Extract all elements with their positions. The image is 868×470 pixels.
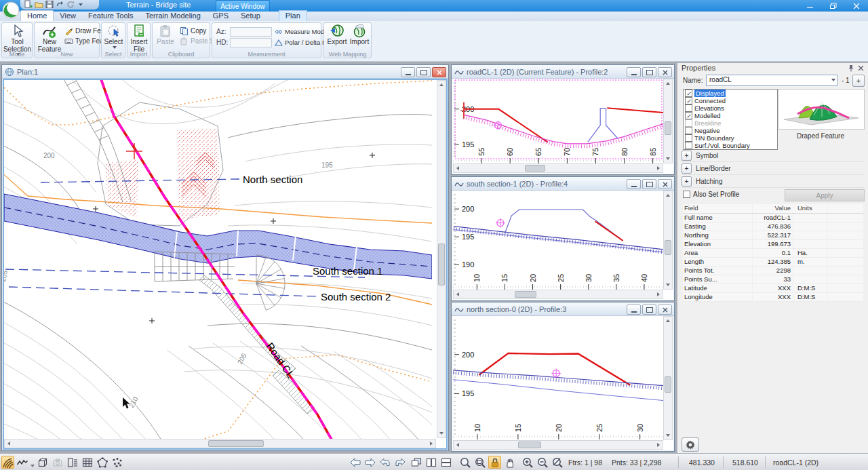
new-feature-button[interactable]: New Feature [36, 24, 63, 53]
previous-view-button[interactable] [378, 456, 391, 469]
table-row[interactable]: LongitudeXXXD:M:S [683, 293, 863, 302]
plan-view-button[interactable] [1, 456, 14, 469]
profile3-maximize-button[interactable] [642, 305, 656, 315]
profile2-canvas-area[interactable]: 20019555606570758085 [452, 79, 673, 174]
plan-horizontal-scrollbar[interactable] [4, 439, 436, 448]
profile4-chart[interactable]: 20019519010152025303540 [453, 191, 666, 291]
flag-negative[interactable]: Negative [684, 127, 777, 134]
tab-home[interactable]: Home [20, 10, 54, 21]
close-button[interactable] [845, 0, 868, 12]
3d-view-button[interactable] [36, 456, 49, 469]
settings-gear-button[interactable] [682, 437, 699, 452]
profile2-vscrollbar[interactable] [663, 79, 673, 163]
expander-line-border[interactable]: +Line/Border [682, 163, 864, 175]
tab-terrain-modeling[interactable]: Terrain Modeling [139, 11, 206, 21]
pan-button[interactable] [503, 456, 516, 469]
flag-tin-boundary[interactable]: TIN Bound­ary [684, 134, 777, 142]
plan-window-titlebar[interactable]: Plan:1 [2, 65, 448, 79]
tab-view[interactable]: View [54, 11, 82, 21]
copy-button[interactable]: Copy [180, 26, 206, 35]
expander-hatching[interactable]: +Hatching [682, 176, 864, 188]
panel-close-icon[interactable] [858, 64, 864, 73]
profile4-maximize-button[interactable] [642, 179, 656, 189]
flag-breakline[interactable]: Breakline [684, 119, 777, 127]
profile-view-button[interactable] [16, 456, 28, 469]
profile2-minimize-button[interactable] [627, 67, 641, 77]
tab-feature-tools[interactable]: Feature Tools [82, 11, 139, 21]
measure-mode-button[interactable]: Measure Mode [275, 28, 328, 35]
flag-connected[interactable]: ✓Connected [684, 97, 777, 104]
pin-icon[interactable] [848, 64, 854, 73]
undo-icon[interactable] [56, 0, 64, 10]
zoom-extents-button[interactable] [473, 456, 486, 469]
view-forward-button[interactable] [363, 456, 376, 469]
qat-customize-icon[interactable] [79, 3, 83, 6]
profile4-minimize-button[interactable] [627, 179, 641, 189]
zoom-off-button[interactable] [551, 456, 564, 469]
table-row[interactable]: Elevation199.673 [683, 240, 863, 249]
web-import-button[interactable]: Import [349, 24, 370, 46]
profile3-minimize-button[interactable] [627, 305, 641, 315]
insert-file-button[interactable]: Insert File [128, 24, 150, 53]
paste-button[interactable]: Paste [155, 24, 176, 46]
profile3-canvas-area[interactable]: 2001951015202530 [452, 316, 673, 450]
flag-displayed[interactable]: ✓Displayed [684, 90, 777, 97]
table-row[interactable]: LatitudeXXXD:M:S [683, 284, 863, 293]
save-icon[interactable] [45, 0, 54, 10]
zoom-in-button[interactable] [521, 456, 534, 469]
zoom-lock-button[interactable] [488, 456, 501, 469]
spreadsheet-view-button[interactable] [81, 456, 94, 469]
profile3-close-button[interactable] [658, 305, 672, 315]
zoom-out-button[interactable] [536, 456, 549, 469]
table-row[interactable]: Points Su...33 [683, 275, 863, 284]
profile3-chart[interactable]: 2001951015202530 [453, 316, 666, 442]
app-logo-icon[interactable] [2, 1, 20, 19]
tab-setup[interactable]: Setup [235, 11, 267, 21]
point-cloud-button[interactable] [111, 456, 123, 469]
also-set-profile-checkbox[interactable]: Also Set Profile [683, 191, 739, 198]
plan-maximize-button[interactable] [416, 67, 431, 77]
web-export-button[interactable]: Export [327, 24, 347, 46]
split-view-button[interactable] [66, 456, 79, 469]
profile-view-dropdown-icon[interactable] [29, 461, 35, 469]
profile2-hscrollbar[interactable] [453, 163, 663, 173]
profile4-canvas-area[interactable]: 20019519010152025303540 [452, 191, 673, 300]
plan-canvas-area[interactable]: 200 195 205 210 205 [3, 79, 448, 450]
polygon-select-button[interactable] [96, 456, 108, 469]
minimize-button[interactable] [799, 0, 822, 12]
redo-icon[interactable] [66, 0, 75, 10]
plan-close-button[interactable] [432, 67, 446, 77]
open-folder-icon[interactable] [35, 0, 43, 10]
profile2-maximize-button[interactable] [642, 67, 656, 77]
new-document-icon[interactable] [24, 0, 33, 10]
flag-surf-vol-boundary[interactable]: Surf./Vol. Boundary [684, 142, 777, 149]
table-row[interactable]: Points Tot.2298 [683, 267, 863, 275]
table-row[interactable]: Full nameroadCL-1 [683, 214, 863, 222]
tab-plan[interactable]: Plan [279, 10, 307, 21]
profile4-vscrollbar[interactable] [663, 191, 673, 290]
feature-name-combobox[interactable]: roadCL [706, 75, 837, 86]
hd-field[interactable] [230, 38, 272, 47]
table-row[interactable]: Length124.385m. [683, 258, 863, 267]
flag-modelled[interactable]: ✓Modelled [684, 112, 777, 119]
profile3-hscrollbar[interactable] [453, 440, 663, 450]
camera-view-button[interactable] [51, 456, 64, 469]
az-field[interactable] [230, 27, 272, 37]
profile2-close-button[interactable] [658, 67, 672, 77]
table-row[interactable]: Northing522.317 [683, 231, 863, 240]
next-view-button[interactable] [393, 456, 406, 469]
restore-button[interactable] [822, 0, 845, 12]
tile-horizontal-button[interactable] [439, 456, 452, 469]
plan-minimize-button[interactable] [401, 67, 415, 77]
profile3-vscrollbar[interactable] [663, 316, 673, 440]
plan-vertical-scrollbar[interactable] [437, 80, 446, 438]
plan-map-canvas[interactable]: 200 195 205 210 205 [4, 80, 432, 439]
tab-gps[interactable]: GPS [207, 11, 235, 21]
cascade-windows-button[interactable] [410, 456, 422, 469]
view-back-button[interactable] [349, 456, 361, 469]
select-button[interactable]: Select [102, 24, 125, 49]
expander-symbol[interactable]: +Symbol [682, 150, 864, 162]
profile4-close-button[interactable] [658, 179, 672, 189]
profile2-chart[interactable]: 20019555606570758085 [453, 79, 666, 165]
table-row[interactable]: Easting476.836 [683, 222, 863, 231]
